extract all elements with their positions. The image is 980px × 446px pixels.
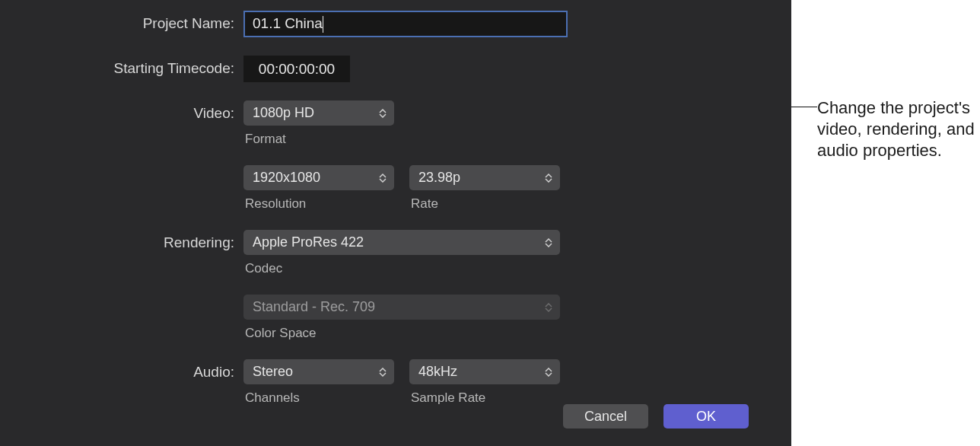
resolution-sublabel: Resolution: [243, 196, 394, 212]
project-settings-panel: Project Name: 01.1 China Starting Timeco…: [0, 0, 791, 446]
project-name-label: Project Name:: [0, 11, 243, 32]
color-space-value: Standard - Rec. 709: [253, 299, 375, 315]
video-format-popup[interactable]: 1080p HD: [243, 100, 394, 126]
codec-popup[interactable]: Apple ProRes 422: [243, 230, 560, 255]
chevron-up-down-icon: [377, 109, 388, 118]
sample-rate-value: 48kHz: [418, 364, 457, 380]
starting-timecode-value: 00:00:00:00: [259, 61, 335, 78]
ok-button[interactable]: OK: [663, 404, 749, 428]
video-format-value: 1080p HD: [253, 105, 314, 121]
chevron-up-down-icon: [543, 238, 554, 247]
color-space-sublabel: Color Space: [243, 326, 560, 341]
ok-button-label: OK: [696, 409, 716, 425]
chevron-up-down-icon: [377, 174, 388, 183]
chevron-up-down-icon: [543, 368, 554, 377]
video-format-sublabel: Format: [243, 132, 394, 147]
rendering-label: Rendering:: [0, 230, 243, 251]
rate-sublabel: Rate: [409, 196, 560, 212]
codec-sublabel: Codec: [243, 261, 560, 276]
dialog-buttons: Cancel OK: [563, 404, 749, 428]
sample-rate-popup[interactable]: 48kHz: [409, 359, 560, 384]
resolution-popup[interactable]: 1920x1080: [243, 165, 394, 190]
resolution-value: 1920x1080: [253, 170, 320, 186]
chevron-up-down-icon: [543, 303, 554, 312]
video-label: Video:: [0, 100, 243, 122]
sample-rate-sublabel: Sample Rate: [409, 390, 560, 406]
starting-timecode-input[interactable]: 00:00:00:00: [243, 56, 350, 82]
audio-label: Audio:: [0, 359, 243, 381]
color-space-popup[interactable]: Standard - Rec. 709: [243, 295, 560, 320]
cancel-button-label: Cancel: [584, 409, 627, 425]
project-name-input[interactable]: 01.1 China: [243, 11, 568, 37]
codec-value: Apple ProRes 422: [253, 234, 364, 250]
channels-popup[interactable]: Stereo: [243, 359, 394, 384]
callout-leader-line: [791, 107, 817, 107]
chevron-up-down-icon: [377, 368, 388, 377]
chevron-up-down-icon: [543, 174, 554, 183]
project-name-value: 01.1 China: [253, 15, 323, 31]
callout-text: Change the project's video, rendering, a…: [817, 97, 977, 161]
rate-value: 23.98p: [418, 170, 460, 186]
channels-sublabel: Channels: [243, 390, 394, 406]
text-cursor: [323, 16, 323, 33]
starting-timecode-label: Starting Timecode:: [0, 56, 243, 77]
rate-popup[interactable]: 23.98p: [409, 165, 560, 190]
cancel-button[interactable]: Cancel: [563, 404, 648, 428]
channels-value: Stereo: [253, 364, 293, 380]
